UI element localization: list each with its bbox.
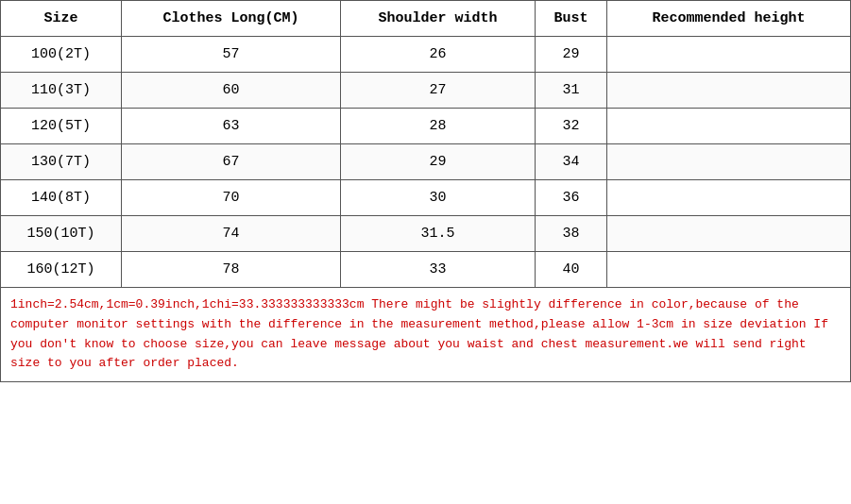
header-bust: Bust [535, 1, 606, 37]
table-cell: 31.5 [340, 216, 535, 252]
table-cell [607, 73, 851, 109]
header-size: Size [1, 1, 122, 37]
table-row: 160(12T)783340 [1, 252, 851, 288]
table-cell: 78 [122, 252, 341, 288]
table-cell: 130(7T) [1, 144, 122, 180]
table-row: 100(2T)572629 [1, 37, 851, 73]
table-cell: 34 [535, 144, 606, 180]
table-header-row: Size Clothes Long(CM) Shoulder width Bus… [1, 1, 851, 37]
table-cell: 30 [340, 180, 535, 216]
table-cell: 27 [340, 73, 535, 109]
table-cell: 28 [340, 109, 535, 144]
table-cell [607, 216, 851, 252]
table-cell: 29 [340, 144, 535, 180]
header-clothes-long: Clothes Long(CM) [122, 1, 341, 37]
header-recommended-height: Recommended height [607, 1, 851, 37]
table-cell: 36 [535, 180, 606, 216]
table-cell: 67 [122, 144, 341, 180]
table-cell: 63 [122, 109, 341, 144]
table-cell: 38 [535, 216, 606, 252]
table-cell [607, 37, 851, 73]
table-row: 140(8T)703036 [1, 180, 851, 216]
table-cell [607, 144, 851, 180]
table-cell: 29 [535, 37, 606, 73]
table-cell: 31 [535, 73, 606, 109]
table-cell: 140(8T) [1, 180, 122, 216]
table-cell: 120(5T) [1, 109, 122, 144]
table-cell: 26 [340, 37, 535, 73]
table-cell: 100(2T) [1, 37, 122, 73]
size-chart-container: Size Clothes Long(CM) Shoulder width Bus… [0, 0, 851, 382]
header-shoulder-width: Shoulder width [340, 1, 535, 37]
table-row: 120(5T)632832 [1, 109, 851, 144]
table-cell: 60 [122, 73, 341, 109]
size-chart-table: Size Clothes Long(CM) Shoulder width Bus… [0, 0, 851, 288]
table-cell: 160(12T) [1, 252, 122, 288]
table-cell [607, 180, 851, 216]
table-cell: 74 [122, 216, 341, 252]
table-cell: 57 [122, 37, 341, 73]
table-cell [607, 109, 851, 144]
table-row: 130(7T)672934 [1, 144, 851, 180]
table-cell: 150(10T) [1, 216, 122, 252]
table-cell: 40 [535, 252, 606, 288]
table-row: 150(10T)7431.538 [1, 216, 851, 252]
table-cell: 33 [340, 252, 535, 288]
footnote-text: 1inch=2.54cm,1cm=0.39inch,1chi=33.333333… [0, 288, 851, 382]
table-cell: 110(3T) [1, 73, 122, 109]
table-row: 110(3T)602731 [1, 73, 851, 109]
table-cell [607, 252, 851, 288]
table-cell: 70 [122, 180, 341, 216]
table-cell: 32 [535, 109, 606, 144]
